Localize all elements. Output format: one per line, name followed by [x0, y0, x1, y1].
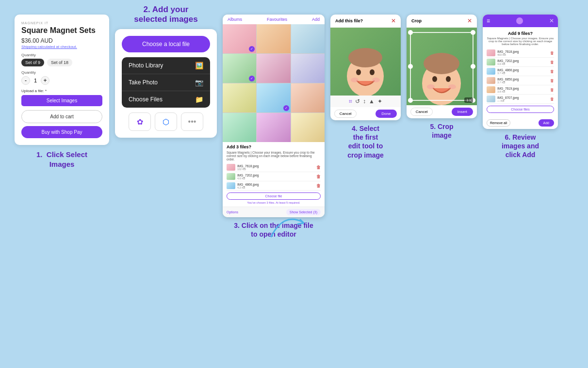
photo-cell-5[interactable] [257, 54, 290, 83]
review-delete-5[interactable]: 🗑 [550, 88, 554, 92]
curved-arrow-svg [269, 203, 308, 241]
photo-cell-12[interactable] [291, 113, 325, 142]
review-size-6: — KB [497, 99, 519, 102]
add-button[interactable]: Add [539, 119, 554, 127]
photo-cell-9[interactable] [291, 83, 325, 112]
file-thumb-2 [227, 173, 235, 180]
step6-label: 6. Reviewimages andclick Add [502, 133, 539, 160]
file-list-item-2[interactable]: IMG_7202.jpeg 4.6 KB 🗑 [227, 172, 321, 181]
svg-point-21 [408, 64, 413, 69]
done-button[interactable]: Done [376, 110, 397, 118]
photo-library-item[interactable]: Photo Library 🖼️ [122, 57, 210, 74]
photo-cell-10[interactable] [223, 113, 256, 142]
flip-tool-icon[interactable]: ↕ [363, 98, 366, 105]
review-file-5[interactable]: IMG_7619.jpeg 3.8 KB 🗑 [487, 85, 554, 95]
file-list-item-1[interactable]: IMG_7618.jpeg 102 KB 🗑 [227, 163, 321, 172]
review-delete-6[interactable]: 🗑 [550, 97, 554, 101]
steps-row: MAGNEPIX IT Square Magnet Sets $36.00 AU… [15, 15, 573, 239]
review-delete-3[interactable]: 🗑 [550, 69, 554, 74]
qty-minus-button[interactable]: - [21, 76, 30, 85]
cancel-button[interactable]: Cancel [334, 110, 357, 118]
review-size-4: 3.7 KB [497, 81, 519, 84]
review-delete-4[interactable]: 🗑 [550, 79, 554, 83]
review-choose-files-button[interactable]: Choose files [487, 106, 554, 113]
photo-library-screen: Albums Favourites Add ✓ ✓ ✓ [223, 15, 325, 217]
app-icon-row: ✿ ⬡ ••• [122, 112, 210, 131]
file-name-3: IMG_4866.jpeg [237, 183, 259, 186]
rotate-tool-icon[interactable]: ↺ [355, 98, 360, 105]
review-file-4[interactable]: IMG_6850.jpeg 3.7 KB 🗑 [487, 76, 554, 85]
add3-title: Add 3 files? [227, 144, 251, 149]
review-body: Add 9 files? Square Magnets | Choose you… [483, 27, 558, 117]
qty-value: 1 [34, 78, 37, 83]
add-to-cart-button[interactable]: Add to cart [21, 110, 102, 123]
step2-heading: 2. Add your selected images [134, 5, 197, 24]
nav-favourites: Favourites [267, 17, 287, 22]
review-close-icon[interactable]: ✕ [549, 17, 554, 24]
review-name-5: IMG_7619.jpeg [497, 87, 519, 90]
pinwheel-icon-box[interactable]: ✿ [129, 112, 151, 131]
photo-grid: ✓ ✓ ✓ [223, 24, 325, 142]
pinwheel-icon: ✿ [137, 117, 143, 127]
nav-albums[interactable]: Albums [228, 17, 242, 22]
review-size-3: 3.7 KB [497, 72, 519, 75]
buy-now-button[interactable]: Buy with Shop Pay [21, 126, 102, 138]
review-file-3[interactable]: IMG_4866.jpeg 3.7 KB 🗑 [487, 67, 554, 76]
review-header: ≡ ✕ [483, 15, 558, 27]
phone-bottom-panel: Add 3 files? Square Magnets | Choose you… [223, 142, 325, 207]
file-delete-3[interactable]: 🗑 [316, 183, 321, 188]
photo-cell-8[interactable]: ✓ [257, 83, 290, 112]
step5-label: 5. Cropimage [430, 122, 453, 140]
crop-cancel-button[interactable]: Cancel [410, 108, 433, 116]
qty-number-label: Quantity [21, 70, 102, 75]
quantity-stepper: - 1 + [21, 76, 102, 85]
select-images-button[interactable]: Select Images [21, 95, 102, 106]
file-delete-2[interactable]: 🗑 [316, 174, 321, 179]
review-delete-1[interactable]: 🗑 [550, 51, 554, 55]
review-thumb-5 [487, 86, 495, 93]
review-delete-2[interactable]: 🗑 [550, 60, 554, 64]
svg-point-19 [408, 98, 413, 103]
qty-plus-button[interactable]: + [41, 76, 49, 85]
file-delete-1[interactable]: 🗑 [316, 165, 321, 170]
photo-cell-6[interactable] [291, 54, 325, 83]
dropbox-icon-box[interactable]: ⬡ [155, 112, 177, 131]
review-file-1[interactable]: IMG_7618.jpeg 403 KB 🗑 [487, 48, 554, 58]
nav-add[interactable]: Add [312, 17, 320, 22]
choose-local-file-button[interactable]: Choose a local file [122, 36, 210, 52]
hamburger-icon: ≡ [487, 17, 490, 24]
svg-point-13 [427, 84, 435, 89]
crop-tool-icon[interactable]: ⌗ [349, 98, 352, 105]
crop-close-icon[interactable]: ✕ [467, 17, 472, 24]
review-file-2[interactable]: IMG_7202.jpeg 4.6 KB 🗑 [487, 58, 554, 67]
photo-cell-1[interactable]: ✓ [223, 24, 256, 53]
photo-cell-4[interactable]: ✓ [223, 54, 256, 83]
modal-tools: ⌗ ↺ ↕ ▲ ✦ [330, 96, 401, 107]
step3-wrapper: Albums Favourites Add ✓ ✓ ✓ [223, 15, 325, 239]
review-size-5: 3.8 KB [497, 90, 519, 93]
set-of-18-button[interactable]: Set of 18 [47, 59, 72, 66]
magic-tool-icon[interactable]: ✦ [377, 98, 382, 105]
file-size-2: 4.6 KB [237, 177, 259, 180]
photo-cell-3[interactable] [291, 24, 325, 53]
add-file-close-icon[interactable]: ✕ [391, 17, 396, 24]
photo-library-icon: 🖼️ [195, 62, 203, 69]
set-of-9-button[interactable]: Set of 9 [21, 59, 44, 66]
review-thumb-3 [487, 68, 495, 75]
take-photo-item[interactable]: Take Photo 📷 [122, 74, 210, 91]
more-icon-box[interactable]: ••• [181, 112, 203, 131]
crop-insert-button[interactable]: Insert [452, 108, 473, 116]
choose-file-button-sm[interactable]: Choose file [227, 192, 321, 200]
svg-point-4 [370, 69, 375, 75]
file-list-item-3[interactable]: IMG_4866.jpeg 4.2 KB 🗑 [227, 181, 321, 191]
choose-files-item[interactable]: Choose Files 📁 [122, 91, 210, 108]
svg-point-18 [471, 30, 475, 35]
svg-point-11 [432, 76, 437, 82]
remove-all-button[interactable]: Remove all [487, 119, 510, 127]
up-tool-icon[interactable]: ▲ [369, 98, 375, 105]
photo-cell-2[interactable] [257, 24, 290, 53]
photo-cell-11[interactable] [257, 113, 290, 142]
crop-modal: Crop ✕ [407, 15, 477, 118]
photo-cell-7[interactable] [223, 83, 256, 112]
review-file-6[interactable]: IMG_8707.jpeg — KB 🗑 [487, 95, 554, 104]
